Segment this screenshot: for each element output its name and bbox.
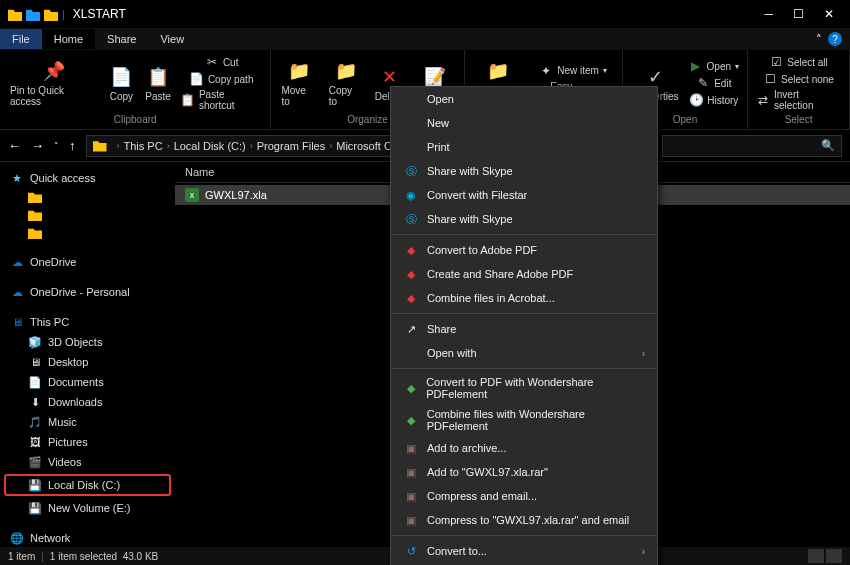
sidebar-item-documents[interactable]: 📄Documents — [0, 372, 175, 392]
sidebar-item-3d[interactable]: 🧊3D Objects — [0, 332, 175, 352]
window-title: XLSTART — [73, 7, 126, 21]
ctx-open[interactable]: Open — [391, 87, 657, 111]
sidebar-item-videos[interactable]: 🎬Videos — [0, 452, 175, 472]
breadcrumb-item[interactable]: Program Files — [257, 140, 325, 152]
status-size: 43.0 KB — [123, 551, 159, 562]
recent-button[interactable]: ˅ — [54, 141, 59, 151]
tab-share[interactable]: Share — [95, 29, 148, 49]
status-item-count: 1 item — [8, 551, 35, 562]
forward-button[interactable]: → — [31, 138, 44, 153]
ctx-skype[interactable]: ⓈShare with Skype — [391, 159, 657, 183]
ctx-skype[interactable]: ⓈShare with Skype — [391, 207, 657, 231]
view-large-button[interactable] — [826, 549, 842, 563]
select-all-button[interactable]: ☑Select all — [754, 54, 843, 70]
back-button[interactable]: ← — [8, 138, 21, 153]
ctx-new[interactable]: New — [391, 111, 657, 135]
sidebar-network[interactable]: 🌐Network — [0, 528, 175, 547]
copy-path-button[interactable]: 📄Copy path — [179, 71, 264, 87]
tab-file[interactable]: File — [0, 29, 42, 49]
ctx-adobe-pdf[interactable]: ◆Convert to Adobe PDF — [391, 238, 657, 262]
sidebar-item[interactable] — [0, 224, 175, 242]
sidebar-this-pc[interactable]: 🖥This PC — [0, 312, 175, 332]
ctx-share[interactable]: ↗Share — [391, 317, 657, 341]
select-none-button[interactable]: ☐Select none — [754, 71, 843, 87]
ribbon-group-label: Select — [754, 112, 843, 125]
sidebar-onedrive[interactable]: ☁OneDrive — [0, 252, 175, 272]
sidebar-item-desktop[interactable]: 🖥Desktop — [0, 352, 175, 372]
excel-icon: x — [185, 188, 199, 202]
ctx-add-archive[interactable]: ▣Add to archive... — [391, 436, 657, 460]
sidebar-item-downloads[interactable]: ⬇Downloads — [0, 392, 175, 412]
sidebar-item-music[interactable]: 🎵Music — [0, 412, 175, 432]
maximize-button[interactable]: ☐ — [793, 7, 804, 21]
copy-button[interactable]: 📄Copy — [105, 54, 137, 112]
copy-to-button[interactable]: 📁Copy to — [325, 54, 367, 112]
menubar: File Home Share View ˄ ? — [0, 28, 850, 50]
breadcrumb-item[interactable]: Local Disk (C:) — [174, 140, 246, 152]
ctx-wondershare[interactable]: ◆Convert to PDF with Wondershare PDFelem… — [391, 372, 657, 404]
ctx-acrobat[interactable]: ◆Combine files in Acrobat... — [391, 286, 657, 310]
folder-icon — [26, 7, 40, 21]
ctx-compress-email[interactable]: ▣Compress and email... — [391, 484, 657, 508]
open-button[interactable]: ▶Open▾ — [687, 58, 741, 74]
paste-button[interactable]: 📋Paste — [141, 54, 175, 112]
view-details-button[interactable] — [808, 549, 824, 563]
context-menu: Open New Print ⓈShare with Skype ◉Conver… — [390, 86, 658, 565]
help-icon[interactable]: ? — [828, 32, 842, 46]
ctx-convert-to[interactable]: ↺Convert to...› — [391, 539, 657, 563]
folder-icon — [93, 140, 107, 152]
breadcrumb-item[interactable]: This PC — [124, 140, 163, 152]
new-item-button[interactable]: ✦New item▾ — [530, 63, 616, 79]
paste-shortcut-button[interactable]: 📋Paste shortcut — [179, 88, 264, 112]
ctx-add-rar[interactable]: ▣Add to "GWXL97.xla.rar" — [391, 460, 657, 484]
ctx-filestar[interactable]: ◉Convert with Filestar — [391, 183, 657, 207]
edit-button[interactable]: ✎Edit — [687, 75, 741, 91]
ctx-print[interactable]: Print — [391, 135, 657, 159]
sidebar-item-new-volume[interactable]: 💾New Volume (E:) — [0, 498, 175, 518]
ctx-compress-rar[interactable]: ▣Compress to "GWXL97.xla.rar" and email — [391, 508, 657, 532]
status-selected: 1 item selected — [50, 551, 117, 562]
sidebar-item-local-disk-c[interactable]: 💾Local Disk (C:) — [4, 474, 171, 496]
folder-icon — [44, 7, 58, 21]
history-button[interactable]: 🕑History — [687, 92, 741, 108]
file-name: GWXL97.xla — [205, 189, 267, 201]
ctx-adobe-share[interactable]: ◆Create and Share Adobe PDF — [391, 262, 657, 286]
ctx-open-with[interactable]: Open with› — [391, 341, 657, 365]
ribbon-group-label: Clipboard — [6, 112, 264, 125]
close-button[interactable]: ✕ — [824, 7, 834, 21]
sidebar: ★Quick access ☁OneDrive ☁OneDrive - Pers… — [0, 162, 175, 547]
sidebar-quick-access[interactable]: ★Quick access — [0, 168, 175, 188]
up-button[interactable]: ↑ — [69, 138, 76, 153]
sidebar-onedrive-personal[interactable]: ☁OneDrive - Personal — [0, 282, 175, 302]
sidebar-item-pictures[interactable]: 🖼Pictures — [0, 432, 175, 452]
move-to-button[interactable]: 📁Move to — [277, 54, 320, 112]
folder-icon — [8, 7, 22, 21]
tab-home[interactable]: Home — [42, 29, 95, 49]
sidebar-item[interactable] — [0, 188, 175, 206]
search-icon: 🔍 — [821, 139, 835, 152]
tab-view[interactable]: View — [148, 29, 196, 49]
invert-selection-button[interactable]: ⇄Invert selection — [754, 88, 843, 112]
chevron-up-icon[interactable]: ˄ — [816, 33, 822, 46]
cut-button[interactable]: ✂Cut — [179, 54, 264, 70]
search-input[interactable]: 🔍 — [662, 135, 842, 157]
sidebar-item[interactable] — [0, 206, 175, 224]
pin-quick-access-button[interactable]: 📌Pin to Quick access — [6, 54, 101, 112]
minimize-button[interactable]: ─ — [764, 7, 773, 21]
titlebar: | XLSTART ─ ☐ ✕ — [0, 0, 850, 28]
ctx-wondershare[interactable]: ◆Combine files with Wondershare PDFeleme… — [391, 404, 657, 436]
